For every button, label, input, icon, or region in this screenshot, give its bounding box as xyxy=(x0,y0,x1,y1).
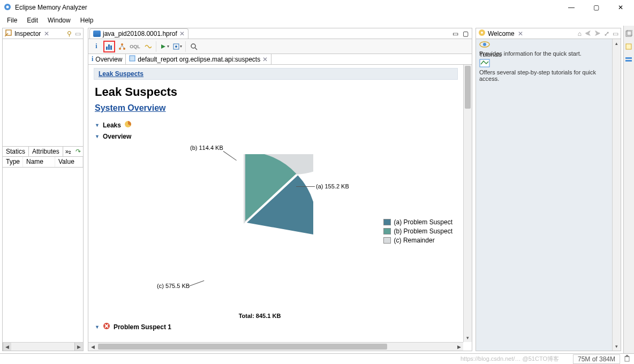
svg-rect-31 xyxy=(625,60,632,62)
editor-vscroll[interactable]: ▴▾ xyxy=(463,65,472,342)
minimize-button[interactable]: — xyxy=(559,1,584,14)
inspector-tab-statics[interactable]: Statics xyxy=(3,147,29,156)
welcome-icon xyxy=(478,29,486,38)
fast-view-bar xyxy=(623,26,634,353)
search-button[interactable] xyxy=(188,41,200,52)
editor-maximize-icon[interactable]: ▢ xyxy=(463,30,469,37)
report-content: Leak Suspects Leak Suspects System Overv… xyxy=(88,65,463,342)
file-tab-close-icon[interactable]: ✕ xyxy=(179,30,185,37)
editor-area: java_pid20108.0001.hprof ✕ ▭ ▢ i OQL i O… xyxy=(88,28,472,351)
svg-point-10 xyxy=(119,48,121,50)
welcome-vscroll[interactable]: ▴▾ xyxy=(612,39,621,351)
problem-suspect-section[interactable]: ▼ Problem Suspect 1 xyxy=(95,322,457,331)
file-tab-label: java_pid20108.0001.hprof xyxy=(103,30,177,37)
inspector-title: Inspector xyxy=(14,30,41,37)
file-tab[interactable]: java_pid20108.0001.hprof ✕ xyxy=(89,28,188,39)
welcome-magnify-icon[interactable]: ⤢ xyxy=(604,30,609,37)
inspector-panel: Inspector ✕ ⚲ ▭ Statics Attributes »₂ ↷ … xyxy=(2,28,84,351)
subtab-close-icon[interactable]: ✕ xyxy=(262,56,268,63)
svg-rect-6 xyxy=(110,46,112,50)
dominator-tree-button[interactable] xyxy=(116,41,128,52)
twistie-icon: ▼ xyxy=(95,123,100,128)
svg-point-25 xyxy=(483,43,486,46)
svg-point-15 xyxy=(191,44,195,48)
svg-point-1 xyxy=(6,5,9,8)
col-type[interactable]: Type xyxy=(3,157,23,167)
leaks-label: Leaks xyxy=(103,122,121,129)
inspector-tab-overflow[interactable]: »₂ xyxy=(63,147,74,156)
info-icon: i xyxy=(92,55,93,63)
editor-minimize-icon[interactable]: ▭ xyxy=(452,30,458,37)
thread-button[interactable] xyxy=(142,41,154,52)
histogram-button[interactable] xyxy=(103,41,115,52)
info-button[interactable]: i xyxy=(90,41,102,52)
editor-toolbar: i OQL xyxy=(88,39,472,54)
breadcrumb: Leak Suspects xyxy=(94,68,458,80)
svg-point-11 xyxy=(123,48,125,50)
legend-c: (c) Remainder xyxy=(394,237,435,244)
welcome-close-icon[interactable]: ✕ xyxy=(518,30,523,37)
inspector-hscroll[interactable]: ◀▶ xyxy=(3,342,83,351)
inspector-pin-icon[interactable]: ⚲ xyxy=(67,30,72,37)
welcome-min-icon[interactable]: ▭ xyxy=(613,30,618,37)
menu-edit[interactable]: Edit xyxy=(23,16,42,25)
gc-button[interactable] xyxy=(623,354,631,363)
welcome-tutorials-icon[interactable] xyxy=(479,59,617,69)
inspector-tab-attributes[interactable]: Attributes xyxy=(29,147,63,156)
chart-legend: (a) Problem Suspect (b) Problem Suspect … xyxy=(383,217,452,246)
run-report-button[interactable] xyxy=(159,41,170,52)
twistie-icon: ▼ xyxy=(95,324,100,330)
inspector-close-icon[interactable]: ✕ xyxy=(44,30,49,37)
inspector-run-icon[interactable]: ↷ xyxy=(73,148,83,155)
subtab-overview[interactable]: i Overview xyxy=(88,54,126,64)
maximize-button[interactable]: ▢ xyxy=(584,1,608,14)
welcome-title: Welcome xyxy=(488,30,515,37)
menu-window[interactable]: Window xyxy=(44,16,74,25)
app-icon xyxy=(3,3,12,13)
menu-bar: File Edit Window Help xyxy=(0,15,634,26)
window-title: Eclipse Memory Analyzer xyxy=(15,4,87,11)
welcome-fwd-icon[interactable]: ⮞ xyxy=(594,30,601,37)
svg-line-16 xyxy=(195,48,197,50)
col-name[interactable]: Name xyxy=(23,157,55,167)
subtab-report[interactable]: default_report org.eclipse.mat.api:suspe… xyxy=(126,54,271,64)
col-value[interactable]: Value xyxy=(55,157,83,167)
close-window-button[interactable]: ✕ xyxy=(608,1,633,14)
menu-help[interactable]: Help xyxy=(77,16,97,25)
twistie-icon: ▼ xyxy=(95,134,100,139)
watermark-text: https://blog.csdn.net/… @51CTO博客 xyxy=(461,355,559,363)
report-icon xyxy=(129,55,135,63)
leaks-section[interactable]: ▼ Leaks xyxy=(95,120,457,130)
heap-status[interactable]: 75M of 384M xyxy=(573,354,620,364)
navigation-history-icon[interactable] xyxy=(625,56,633,64)
restore-view-icon[interactable] xyxy=(625,30,633,39)
welcome-back-icon[interactable]: ⮜ xyxy=(585,30,591,37)
system-overview-link[interactable]: System Overview xyxy=(95,103,457,113)
title-bar: Eclipse Memory Analyzer — ▢ ✕ xyxy=(0,0,634,15)
slice-b-label: (b) 114.4 KB xyxy=(190,145,223,151)
svg-rect-29 xyxy=(626,44,631,49)
inspector-minimize-icon[interactable]: ▭ xyxy=(75,30,81,37)
svg-rect-30 xyxy=(625,57,632,59)
query-browser-button[interactable] xyxy=(171,41,183,52)
inspector-icon xyxy=(5,29,12,38)
status-bar: https://blog.csdn.net/… @51CTO博客 75M of … xyxy=(0,353,634,364)
oql-button[interactable]: OQL xyxy=(129,41,141,52)
notes-view-icon[interactable] xyxy=(625,43,633,51)
svg-line-3 xyxy=(5,33,8,36)
svg-point-14 xyxy=(175,46,177,48)
breadcrumb-link[interactable]: Leak Suspects xyxy=(99,70,144,78)
svg-point-23 xyxy=(481,32,483,34)
svg-rect-4 xyxy=(106,47,108,50)
welcome-home-icon[interactable]: ⌂ xyxy=(578,30,582,37)
overview-section[interactable]: ▼ Overview xyxy=(95,133,457,140)
subtab-report-label: default_report org.eclipse.mat.api:suspe… xyxy=(138,56,260,63)
editor-hscroll[interactable]: ◀▶ xyxy=(88,342,463,351)
legend-b: (b) Problem Suspect xyxy=(394,228,452,235)
menu-file[interactable]: File xyxy=(3,16,21,25)
slice-a-label: (a) 155.2 KB xyxy=(316,183,349,189)
welcome-overview-icon[interactable] xyxy=(479,40,617,50)
welcome-panel: Welcome ✕ ⌂ ⮜ ⮞ ⤢ ▭ Provides information… xyxy=(476,28,621,351)
subtab-overview-label: Overview xyxy=(95,56,122,63)
overview-label: Overview xyxy=(103,133,131,140)
